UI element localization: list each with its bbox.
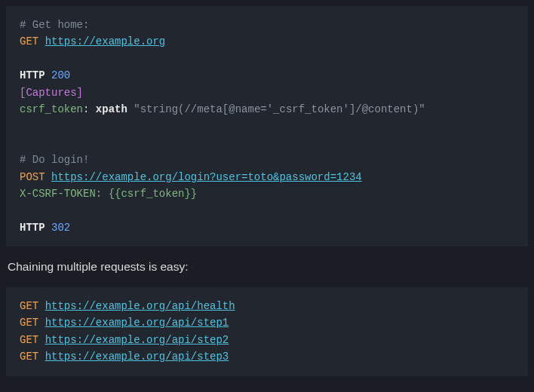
- section-captures: [Captures]: [20, 87, 83, 99]
- status-code: 302: [51, 222, 70, 234]
- url[interactable]: https://example.org: [45, 35, 166, 47]
- code-block-2: GET https://example.org/api/health GET h…: [6, 287, 528, 376]
- header-name: X-CSRF-TOKEN:: [20, 188, 102, 200]
- http-method: GET: [20, 35, 38, 47]
- http-method: GET: [20, 351, 38, 363]
- http-method: POST: [20, 171, 45, 183]
- http-method: GET: [20, 317, 38, 329]
- http-method: GET: [20, 334, 38, 346]
- comment: # Do login!: [20, 154, 89, 166]
- http-keyword: HTTP: [20, 69, 45, 81]
- capture-name: csrf_token: [20, 103, 83, 115]
- http-method: GET: [20, 300, 38, 312]
- prose-text: Chaining multiple requests is easy:: [0, 253, 534, 281]
- comment: # Get home:: [20, 19, 89, 31]
- colon: :: [83, 103, 89, 115]
- http-keyword: HTTP: [20, 222, 45, 234]
- url[interactable]: https://example.org/api/step2: [45, 334, 229, 346]
- url[interactable]: https://example.org/login?user=toto&pass…: [51, 171, 362, 183]
- status-code: 200: [51, 69, 70, 81]
- url[interactable]: https://example.org/api/step1: [45, 317, 229, 329]
- xpath-string: "string(//meta[@name='_csrf_token']/@con…: [134, 103, 425, 115]
- url[interactable]: https://example.org/api/health: [45, 300, 235, 312]
- template-var: {{csrf_token}}: [109, 188, 198, 200]
- code-block-1: # Get home: GET https://example.org HTTP…: [6, 6, 528, 247]
- url[interactable]: https://example.org/api/step3: [45, 351, 229, 363]
- function-name: xpath: [96, 103, 127, 115]
